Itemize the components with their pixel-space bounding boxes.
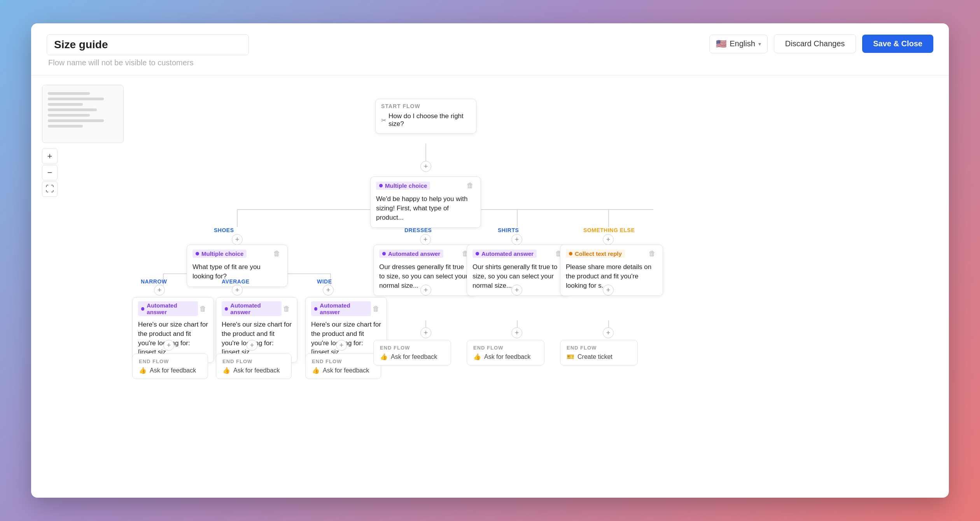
modal: Flow name will not be visible to custome… [31,23,949,498]
minimap-line [48,98,104,100]
thumbsup-icon: 👍 [139,367,147,374]
end-flow-label: END FLOW [473,345,538,351]
something-end-node: END FLOW 🎫 Create ticket [560,340,638,365]
badge-dot [141,307,144,311]
ticket-icon: 🎫 [567,353,574,360]
minimap-line [48,92,90,95]
end-flow-body: 👍 Ask for feedback [222,367,285,374]
delete-icon[interactable]: 🗑 [282,304,292,314]
zoom-controls: + − ⛶ [42,149,58,197]
badge-dot [314,307,317,311]
end-flow-body: 👍 Ask for feedback [312,367,374,374]
dresses-end-node: END FLOW 👍 Ask for feedback [373,340,451,365]
thumbsup-icon: 👍 [473,353,481,360]
end-flow-label: END FLOW [222,358,285,364]
add-after-start[interactable]: + [420,161,431,172]
start-flow-body: ✂ How do I choose the right size? [376,111,476,133]
add-narrow-branch[interactable]: + [154,285,165,295]
badge-dot [225,307,228,311]
wide-end-node: END FLOW 👍 Ask for feedback [305,353,381,379]
add-shoes-branch[interactable]: + [232,234,243,245]
minimap-line [48,119,104,122]
branch-shoes-label: SHOES [214,227,234,233]
shirts-end-node: END FLOW 👍 Ask for feedback [467,340,544,365]
add-dresses-branch[interactable]: + [420,234,431,245]
canvas: START FLOW ✂ How do I choose the right s… [31,75,949,498]
badge-automated: Automated answer [138,301,198,316]
add-before-dresses-end[interactable]: + [420,327,431,338]
badge-automated: Automated answer [472,250,537,258]
zoom-out-button[interactable]: − [42,165,58,180]
node-header: Automated answer 🗑 [374,245,476,261]
thumbsup-icon: 👍 [222,367,230,374]
discard-button[interactable]: Discard Changes [774,34,856,53]
multiple-choice-node-1: Multiple choice 🗑 We'd be happy to help … [370,177,481,228]
add-average-branch[interactable]: + [232,285,243,295]
end-flow-label: END FLOW [380,345,444,351]
branch-dresses-label: DRESSES [404,227,432,233]
badge-dot [196,252,199,255]
add-before-shirts-end[interactable]: + [511,327,522,338]
node-header: Automated answer 🗑 [467,245,569,261]
add-after-dresses[interactable]: + [420,285,431,295]
node-header: Multiple choice 🗑 [371,177,481,193]
add-before-something-end[interactable]: + [603,327,614,338]
flow-container: START FLOW ✂ How do I choose the right s… [132,87,949,437]
badge-dot [569,252,572,255]
chevron-down-icon: ▾ [758,41,761,47]
delete-icon[interactable]: 🗑 [647,249,657,259]
end-flow-body: 👍 Ask for feedback [139,367,201,374]
badge-dot [476,252,479,255]
node-header: Collect text reply 🗑 [560,245,663,261]
branch-narrow-label: NARROW [141,278,167,285]
add-after-shirts[interactable]: + [511,285,522,295]
add-something-branch[interactable]: + [603,234,614,245]
delete-icon[interactable]: 🗑 [198,304,208,314]
badge-collect: Collect text reply [566,250,625,258]
add-shirts-branch[interactable]: + [511,234,522,245]
average-end-node: END FLOW 👍 Ask for feedback [216,353,292,379]
branch-average-label: AVERAGE [222,278,250,285]
badge-dot [379,184,383,187]
node-header: Automated answer 🗑 [306,297,387,318]
add-after-something[interactable]: + [603,285,614,295]
node-body: We'd be happy to help you with sizing! F… [371,193,481,227]
flow-title-input[interactable] [47,34,249,55]
minimap-line [48,125,83,128]
fit-screen-button[interactable]: ⛶ [42,181,58,197]
node-header: Multiple choice 🗑 [187,245,287,261]
add-before-average-end[interactable]: + [247,340,257,351]
thumbsup-icon: 👍 [312,367,320,374]
delete-icon[interactable]: 🗑 [272,249,282,259]
add-before-wide-end[interactable]: + [336,340,347,351]
delete-icon[interactable]: 🗑 [465,181,475,191]
branch-wide-label: WIDE [317,278,332,285]
badge-dot [382,252,386,255]
add-wide-branch[interactable]: + [323,285,334,295]
narrow-end-node: END FLOW 👍 Ask for feedback [132,353,208,379]
zoom-in-button[interactable]: + [42,149,58,164]
flow-subtitle: Flow name will not be visible to custome… [47,58,249,67]
average-automated-node: Automated answer 🗑 Here's our size chart… [216,297,298,363]
thumbsup-icon: 👍 [380,353,388,360]
delete-icon[interactable]: 🗑 [371,304,381,314]
scissors-icon: ✂ [381,117,386,124]
modal-header: Flow name will not be visible to custome… [31,23,949,75]
badge-automated: Automated answer [379,250,443,258]
language-selector[interactable]: 🇺🇸 English ▾ [709,35,768,53]
save-close-button[interactable]: Save & Close [862,35,933,53]
end-flow-label: END FLOW [567,345,631,351]
minimap-line [48,114,90,117]
end-flow-label: END FLOW [312,358,374,364]
flag-icon: 🇺🇸 [716,39,726,49]
add-before-narrow-end[interactable]: + [163,340,174,351]
start-flow-node: START FLOW ✂ How do I choose the right s… [375,99,476,134]
end-flow-label: END FLOW [139,358,201,364]
narrow-automated-node: Automated answer 🗑 Here's our size chart… [132,297,214,363]
node-header: Automated answer 🗑 [216,297,297,318]
header-right: 🇺🇸 English ▾ Discard Changes Save & Clos… [709,34,933,53]
branch-shirts-label: SHIRTS [498,227,519,233]
badge-multiple: Multiple choice [192,250,247,258]
badge-multiple-choice: Multiple choice [376,182,430,190]
badge-automated: Automated answer [222,301,282,316]
